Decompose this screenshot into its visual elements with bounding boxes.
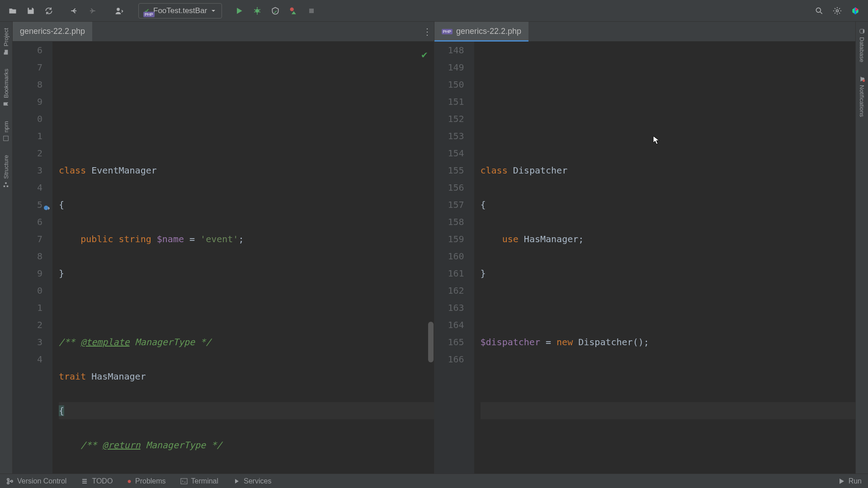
profiler-icon[interactable]	[285, 3, 302, 19]
left-tool-rail: Project Bookmarks npm Structure	[0, 22, 13, 474]
sb-version-control[interactable]: Version Control	[6, 477, 66, 485]
svg-point-10	[44, 206, 48, 210]
save-icon[interactable]	[23, 3, 39, 19]
code-area-right[interactable]: 148 149 150 151 152 153 154 155 156 157 …	[434, 42, 856, 474]
svg-point-0	[117, 8, 120, 11]
svg-point-1	[255, 9, 259, 12]
run-icon[interactable]	[231, 3, 247, 19]
code-body-left[interactable]: class EventManager { public string $name…	[52, 42, 434, 474]
search-icon[interactable]	[811, 3, 827, 19]
gutter-left: 6 7 8 9 0 1 2 3 4 5 6 7 8 9 0 1 2	[13, 42, 52, 474]
svg-point-11	[863, 29, 864, 33]
code-area-left[interactable]: ✔ 6 7 8 9 0 1 2 3 4 5 6 7 8 9 0	[13, 42, 434, 474]
rail-npm[interactable]: npm	[3, 121, 9, 141]
scrollbar-thumb[interactable]	[428, 322, 434, 362]
svg-point-15	[11, 480, 13, 482]
settings-icon[interactable]	[829, 3, 845, 19]
rail-project[interactable]: Project	[3, 28, 9, 55]
tab-generics-left[interactable]: generics-22.2.php	[13, 22, 92, 41]
run-config-label: FooTest.testBar	[153, 6, 207, 15]
svg-point-2	[290, 7, 294, 11]
main-toolbar: ✔ PHP FooTest.testBar	[0, 0, 868, 22]
tab-more-icon[interactable]: ⋮	[420, 22, 434, 41]
rail-database[interactable]: Database	[859, 28, 865, 62]
coverage-icon[interactable]	[267, 3, 283, 19]
chevron-down-icon	[211, 8, 216, 14]
override-gutter-icon[interactable]	[43, 200, 51, 207]
sb-problems[interactable]: ●Problems	[127, 477, 165, 485]
jetbrains-icon[interactable]	[847, 3, 863, 19]
refresh-icon[interactable]	[41, 3, 57, 19]
sb-run[interactable]: Run	[838, 477, 862, 485]
open-icon[interactable]	[5, 3, 21, 19]
rail-bookmarks[interactable]: Bookmarks	[3, 69, 9, 107]
editor-left: generics-22.2.php ⋮ ✔ 6 7 8 9 0 1 2 3 4 …	[13, 22, 434, 474]
rail-structure[interactable]: Structure	[3, 155, 9, 188]
back-icon[interactable]	[66, 3, 82, 19]
svg-rect-9	[5, 182, 7, 184]
svg-rect-7	[4, 185, 5, 187]
svg-rect-16	[181, 479, 187, 484]
forward-icon[interactable]	[84, 3, 100, 19]
php-file-icon: PHP	[442, 29, 453, 34]
rail-notifications[interactable]: Notifications	[859, 76, 865, 117]
sb-services[interactable]: Services	[233, 477, 271, 485]
svg-rect-8	[7, 185, 9, 187]
svg-point-13	[7, 479, 9, 480]
statusbar: Version Control TODO ●Problems Terminal …	[0, 474, 868, 488]
sb-todo[interactable]: TODO	[81, 477, 113, 485]
editor-right: PHP generics-22.2.php 148 149 150 151 15…	[434, 22, 856, 474]
sb-terminal[interactable]: Terminal	[180, 477, 218, 485]
stop-icon[interactable]	[303, 3, 320, 19]
debug-icon[interactable]	[249, 3, 265, 19]
svg-rect-3	[309, 9, 314, 13]
right-tool-rail: Database Notifications	[855, 22, 868, 474]
gutter-right: 148 149 150 151 152 153 154 155 156 157 …	[434, 42, 474, 474]
svg-point-4	[816, 8, 821, 12]
tabbar-left: generics-22.2.php ⋮	[13, 22, 434, 42]
run-config-selector[interactable]: ✔ PHP FooTest.testBar	[138, 3, 222, 19]
code-with-me-icon[interactable]	[109, 3, 129, 19]
svg-point-14	[7, 482, 9, 484]
svg-point-5	[836, 9, 839, 12]
tabbar-right: PHP generics-22.2.php	[434, 22, 856, 42]
file-label: generics-22.2.php	[456, 27, 521, 36]
code-body-right[interactable]: class Dispatcher { use HasManager; } $di…	[474, 42, 856, 474]
svg-rect-6	[4, 136, 9, 141]
file-label: generics-22.2.php	[20, 27, 85, 36]
tab-generics-right[interactable]: PHP generics-22.2.php	[434, 22, 529, 41]
